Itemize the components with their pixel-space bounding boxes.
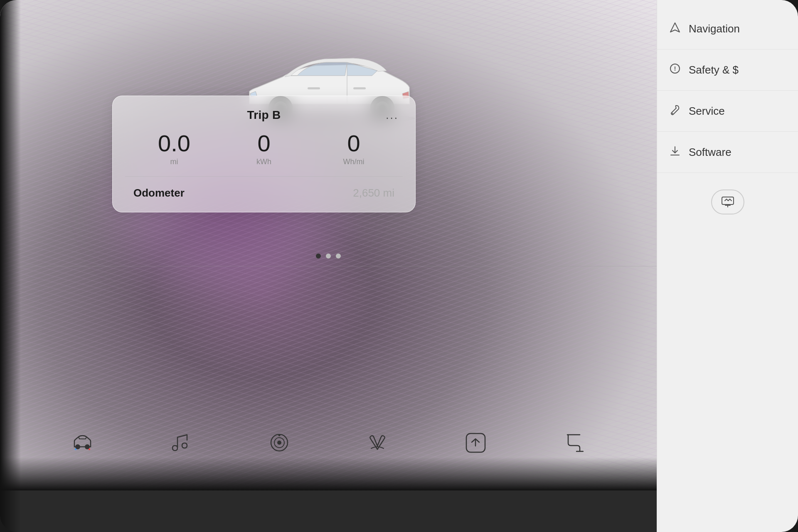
taskbar <box>0 420 657 466</box>
screen-output-button[interactable] <box>711 190 744 214</box>
page-dot-3[interactable] <box>336 254 341 259</box>
software-icon <box>669 145 681 159</box>
wipers-icon <box>366 433 389 452</box>
svg-point-12 <box>75 448 76 450</box>
apps-icon <box>464 431 487 454</box>
taskbar-seat[interactable] <box>556 424 593 461</box>
distance-value: 0.0 <box>129 132 219 155</box>
taskbar-music[interactable] <box>162 424 200 461</box>
trip-stats: 0.0 mi 0 kWh 0 Wh/mi <box>129 132 399 166</box>
taskbar-apps[interactable] <box>457 424 495 461</box>
car-icon <box>71 433 94 452</box>
taskbar-wipers[interactable] <box>359 424 396 461</box>
sidebar-safety-label: Safety & $ <box>689 64 739 76</box>
svg-point-16 <box>277 441 281 445</box>
efficiency-unit: Wh/mi <box>309 158 399 166</box>
odometer-row: Odometer 2,650 mi <box>129 187 399 200</box>
safety-icon: ! <box>669 63 681 77</box>
trip-title: Trip B <box>247 108 281 122</box>
energy-value: 0 <box>219 132 309 155</box>
svg-text:!: ! <box>674 65 676 72</box>
main-display: Trip B ... 0.0 mi 0 kWh 0 Wh/mi <box>0 0 657 490</box>
screen-output-icon <box>721 196 734 208</box>
odometer-label: Odometer <box>133 187 185 200</box>
page-dot-2[interactable] <box>326 254 331 259</box>
seat-icon <box>565 431 584 454</box>
pagination <box>0 254 657 259</box>
svg-rect-8 <box>308 87 320 89</box>
sidebar-item-service[interactable]: Service <box>657 91 798 132</box>
distance-unit: mi <box>129 158 219 166</box>
energy-unit: kWh <box>219 158 309 166</box>
sidebar-item-safety[interactable]: ! Safety & $ <box>657 49 798 91</box>
svg-point-21 <box>672 113 673 114</box>
taskbar-car[interactable] <box>64 424 101 461</box>
trip-more-options[interactable]: ... <box>386 109 399 122</box>
sidebar-item-software[interactable]: Software <box>657 132 798 173</box>
media-icon <box>269 432 290 453</box>
sidebar-software-label: Software <box>689 146 732 159</box>
trip-header: Trip B ... <box>129 108 399 122</box>
svg-rect-9 <box>353 87 366 89</box>
h-divider <box>0 266 657 266</box>
stat-distance: 0.0 mi <box>129 132 219 166</box>
right-sidebar: Navigation ! Safety & $ Service <box>657 0 798 532</box>
tesla-screen: Trip B ... 0.0 mi 0 kWh 0 Wh/mi <box>0 0 798 532</box>
music-icon <box>171 432 190 453</box>
sidebar-item-navigation[interactable]: Navigation <box>657 8 798 49</box>
sidebar-navigation-label: Navigation <box>689 22 740 35</box>
stat-energy: 0 kWh <box>219 132 309 166</box>
svg-point-17 <box>278 434 280 436</box>
service-icon <box>669 104 681 118</box>
odometer-value: 2,650 mi <box>353 187 394 200</box>
svg-point-13 <box>89 448 90 450</box>
navigation-icon <box>669 22 681 36</box>
trip-card: Trip B ... 0.0 mi 0 kWh 0 Wh/mi <box>112 96 416 212</box>
efficiency-value: 0 <box>309 132 399 155</box>
trip-divider <box>125 176 403 177</box>
taskbar-media[interactable] <box>261 424 298 461</box>
sidebar-service-label: Service <box>689 105 725 118</box>
stat-efficiency: 0 Wh/mi <box>309 132 399 166</box>
page-dot-1[interactable] <box>316 254 321 259</box>
